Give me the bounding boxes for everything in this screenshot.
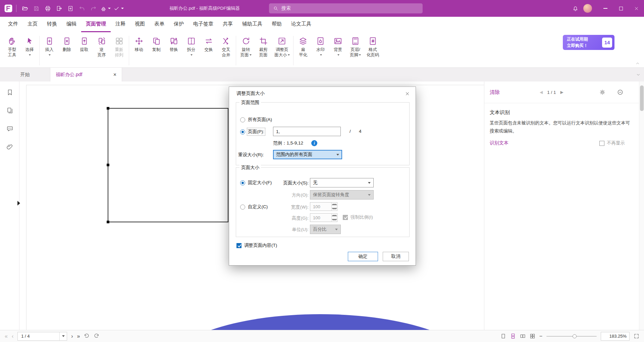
ribbon-copy-page-button[interactable]: 复制 [148,34,165,53]
menu-电子签章[interactable]: 电子签章 [189,17,218,32]
handle-bottom-left[interactable] [107,221,109,223]
tab-scroll-chevron[interactable] [636,68,641,81]
fullscreen-button[interactable] [634,333,639,339]
new-doc-button[interactable] [65,3,76,14]
dont-show-again[interactable]: 不再显示 [599,140,625,146]
redo-button[interactable] [88,3,99,14]
ribbon-hand-tool-button[interactable]: 手型工具 [3,34,21,58]
tab-开始[interactable]: 开始 [0,68,50,81]
ribbon-reverse-pages-button[interactable]: 逆页序 [93,34,110,58]
tab-close-icon[interactable]: × [113,72,116,78]
menu-辅助工具[interactable]: 辅助工具 [237,17,267,32]
print-button[interactable] [42,3,53,14]
maximize-button[interactable] [613,0,629,17]
adjust-content-checkbox[interactable] [236,243,241,248]
zoom-slider[interactable] [546,334,597,339]
rail-attachments-button[interactable] [0,139,19,154]
ribbon-collapse-button[interactable] [635,61,640,66]
search-box[interactable]: 搜索 [269,3,423,13]
minimize-button[interactable] [598,0,613,17]
zoom-out-button[interactable]: − [539,334,542,339]
gear-icon[interactable] [599,89,606,96]
facing-view-button[interactable] [520,333,526,339]
handle-top-left[interactable] [107,107,109,110]
dialog-titlebar[interactable]: 调整页面大小 [229,87,416,100]
tab-福昕办公.pdf[interactable]: 福昕办公.pdf× [50,68,122,81]
cancel-button[interactable]: 取消 [383,252,409,261]
ribbon-swap-pages-button[interactable]: 交换 [200,34,217,53]
prev-page-icon[interactable]: ◀ [540,90,543,95]
page-dropdown-chevron[interactable] [59,332,67,340]
selection-rectangle[interactable] [108,108,228,222]
ribbon-extract-page-button[interactable]: 提取 [75,34,93,53]
zoom-level-input[interactable]: 183.25% [601,332,630,341]
ribbon-select-cursor-button[interactable]: 选择 [21,34,38,58]
ribbon-rotate-page-button[interactable]: 旋转页面 [237,34,255,58]
ribbon-split-page-button[interactable]: 拆分 [182,34,200,58]
resize-scope-select[interactable]: 范围内的所有页面 [273,150,342,159]
ok-button[interactable]: 确定 [348,252,378,261]
all-pages-radio[interactable] [240,117,245,122]
ribbon-move-page-button[interactable]: 移动 [130,34,148,53]
export-button[interactable] [53,3,65,14]
ribbon-crop-page-button[interactable]: 裁剪页面 [255,34,272,58]
autosave-button[interactable] [112,3,125,14]
fixed-size-radio[interactable] [240,180,245,185]
ribbon-insert-page-button[interactable]: 插入 [41,34,58,58]
stamp-button[interactable] [99,3,112,14]
rail-bookmarks-button[interactable] [0,85,19,100]
ribbon-watermark-button[interactable]: 水印 [312,34,329,58]
dont-show-checkbox[interactable] [599,141,604,146]
recognize-text-link[interactable]: 识别文本 [490,140,508,146]
avatar[interactable] [583,4,592,13]
undo-button[interactable] [76,3,88,14]
menu-主页[interactable]: 主页 [23,17,42,32]
ribbon-resize-page-button[interactable]: 调整页面大小 [272,34,292,58]
page-number-input[interactable]: 1 / 4 [17,332,67,341]
last-page-button[interactable]: » [77,334,80,339]
ribbon-replace-page-button[interactable]: 替换 [165,34,182,53]
menu-注释[interactable]: 注释 [111,17,130,32]
custom-size-radio[interactable] [240,205,245,210]
notifications-button[interactable] [572,5,579,12]
continuous-view-button[interactable] [510,333,516,339]
scrollbar-thumb[interactable] [640,86,644,111]
ribbon-delete-page-button[interactable]: 删除 [58,34,75,53]
rotate-cw-button[interactable] [94,333,99,339]
rotate-ccw-button[interactable] [84,333,90,339]
ribbon-header-footer-button[interactable]: 页眉/页脚 [347,34,364,58]
rail-comments-button[interactable] [0,121,19,136]
menu-页面管理[interactable]: 页面管理 [81,17,111,32]
next-page-button[interactable]: › [71,334,73,339]
panel-expand-arrow[interactable] [17,201,20,206]
close-button[interactable] [629,0,644,17]
menu-转换[interactable]: 转换 [42,17,62,32]
next-page-icon[interactable]: ▶ [560,90,564,95]
menu-表单[interactable]: 表单 [150,17,169,32]
rail-pages-button[interactable] [0,103,19,118]
menu-共享[interactable]: 共享 [218,17,237,32]
ribbon-background-button[interactable]: 背景 [329,34,347,58]
menu-帮助[interactable]: 帮助 [267,17,286,32]
trial-badge[interactable]: 正在试用期立即购买！ 14 [563,35,614,50]
menu-论文工具[interactable]: 论文工具 [286,17,316,32]
menu-保护[interactable]: 保护 [169,17,189,32]
clear-button[interactable]: 清除 [490,89,500,96]
menu-文件[interactable]: 文件 [3,17,23,32]
single-page-view-button[interactable] [500,333,506,339]
info-icon[interactable]: i [311,140,317,146]
menu-视图[interactable]: 视图 [130,17,150,32]
ribbon-format-page-number-button[interactable]: 格式化页码 [364,34,382,58]
page-size-select[interactable]: 无 [310,178,374,187]
prev-page-button[interactable]: ‹ [12,334,13,339]
pages-radio[interactable] [240,129,245,134]
page-range-input[interactable]: 1, [273,127,341,136]
open-file-button[interactable] [19,3,31,14]
collapse-panel-icon[interactable] [617,89,624,96]
vertical-scrollbar[interactable] [639,81,644,330]
handle-mid-left[interactable] [107,164,109,166]
zoom-slider-thumb[interactable] [573,334,577,338]
ribbon-flatten-page-button[interactable]: 扁平化 [294,34,312,58]
first-page-button[interactable]: « [5,334,8,339]
dialog-close-button[interactable] [401,89,413,98]
